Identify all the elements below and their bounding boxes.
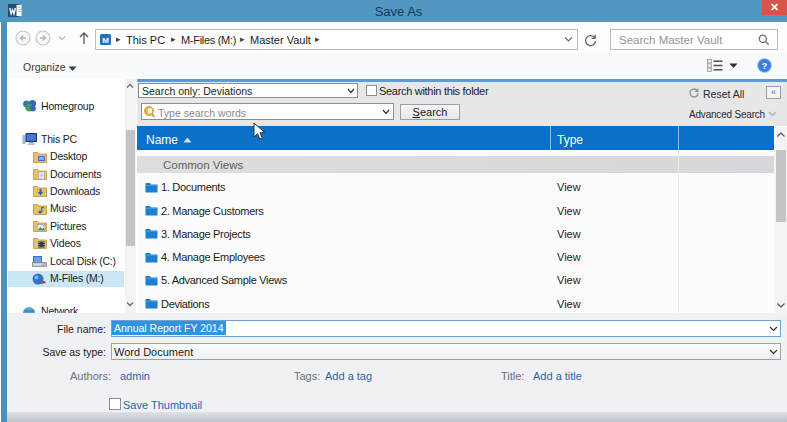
svg-text:?: ? bbox=[762, 61, 768, 71]
svg-text:M: M bbox=[102, 36, 109, 45]
